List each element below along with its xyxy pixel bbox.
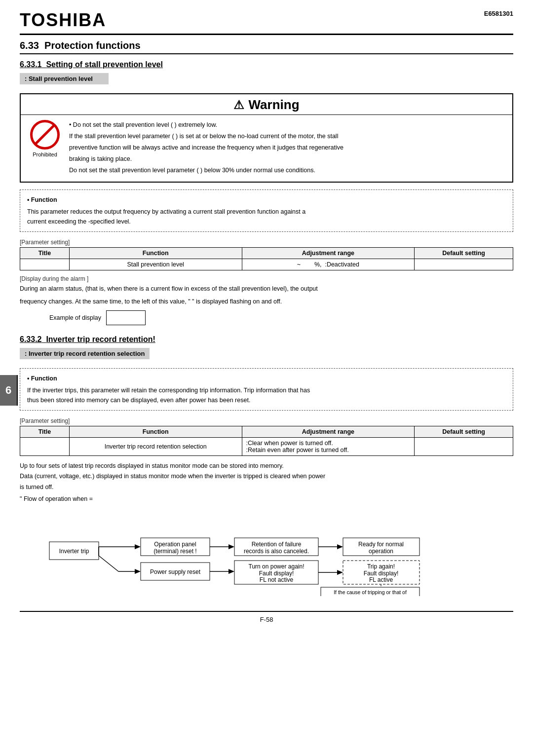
svg-text:Power supply reset: Power supply reset — [150, 568, 201, 575]
col-function2: Function — [69, 426, 242, 438]
warning-header: ⚠ Warning — [21, 94, 512, 115]
section-title: 6.33 Protection functions — [20, 40, 513, 54]
page-header: TOSHIBA E6581301 — [20, 10, 513, 35]
svg-marker-31 — [337, 570, 343, 575]
svg-text:records is also canceled.: records is also canceled. — [244, 548, 309, 555]
display-example: Example of display — [49, 310, 513, 325]
svg-marker-25 — [228, 569, 234, 574]
section-number-sidebar: 6 — [0, 375, 18, 406]
svg-text:operation: operation — [369, 548, 393, 555]
toshiba-logo: TOSHIBA — [20, 10, 106, 31]
warning-text: • Do not set the stall prevention level … — [69, 120, 343, 177]
svg-text:Operation panel: Operation panel — [154, 541, 196, 548]
flow-label: " Flow of operation when = — [20, 495, 513, 502]
svg-text:FL not active: FL not active — [260, 576, 294, 583]
param-label2: [Parameter setting] — [20, 417, 513, 424]
col-function1: Function — [69, 248, 242, 259]
prohibited-icon: Prohibited — [28, 120, 62, 157]
display-alarm-text2: frequency changes. At the same time, to … — [20, 297, 513, 306]
function-title2: • Function — [27, 374, 506, 383]
warning-box: ⚠ Warning Prohibited • Do not set the st… — [20, 93, 513, 183]
warning-title: Warning — [248, 97, 299, 113]
prohibited-text: Prohibited — [28, 151, 62, 157]
flow-diagram: Inverter trip Operation panel (terminal)… — [20, 507, 513, 596]
function-title1: • Function — [27, 195, 506, 205]
param-label-bar2: : Inverter trip record retention selecti… — [20, 348, 513, 363]
display-alarm-label: [Display during the alarm ] — [20, 275, 513, 282]
col-default2: Default setting — [415, 426, 513, 438]
param-label-bar1: : Stall prevention level — [20, 73, 513, 88]
svg-text:Trip again!: Trip again! — [367, 563, 395, 570]
svg-text:another failure is not yet rem: another failure is not yet removed. — [331, 596, 410, 596]
table-row: Inverter trip record retention selection… — [20, 438, 513, 456]
warning-triangle-icon: ⚠ — [233, 98, 244, 112]
col-adjustment2: Adjustment range — [242, 426, 415, 438]
warning-content: Prohibited • Do not set the stall preven… — [21, 115, 512, 182]
svg-text:FL active: FL active — [369, 576, 393, 583]
table-row: Stall prevention level ~ %, :Deactivated — [20, 259, 513, 270]
subsection2-title: 6.33.2 Inverter trip record retention! — [20, 335, 513, 344]
col-adjustment1: Adjustment range — [242, 248, 415, 259]
col-default1: Default setting — [415, 248, 513, 259]
col-title1: Title — [20, 248, 70, 259]
param-table2: Title Function Adjustment range Default … — [20, 426, 513, 456]
flow-svg: Inverter trip Operation panel (terminal)… — [44, 507, 489, 596]
prohibited-circle — [30, 120, 60, 150]
svg-text:Retention of failure: Retention of failure — [252, 541, 302, 548]
col-title2: Title — [20, 426, 70, 438]
svg-text:Ready for normal: Ready for normal — [358, 541, 404, 548]
function-box2: • Function If the inverter trips, this p… — [20, 368, 513, 411]
svg-text:Inverter trip: Inverter trip — [59, 548, 89, 555]
subsection1-title: 6.33.1 Setting of stall prevention level — [20, 60, 513, 69]
svg-text:(terminal) reset !: (terminal) reset ! — [153, 548, 196, 555]
svg-marker-11 — [228, 544, 234, 549]
param-label1: [Parameter setting] — [20, 239, 513, 246]
display-alarm-text1: During an alarm status, (that is, when t… — [20, 284, 513, 294]
notes: Up to four sets of latest trip records d… — [20, 461, 513, 492]
function-box1: • Function This parameter reduces the ou… — [20, 189, 513, 232]
svg-marker-6 — [135, 544, 141, 549]
svg-line-3 — [99, 556, 118, 571]
svg-text:Fault display!: Fault display! — [259, 570, 294, 577]
svg-text:Fault display!: Fault display! — [364, 570, 399, 577]
page-number: F-58 — [260, 616, 273, 623]
display-box — [106, 310, 146, 325]
page-footer: F-58 — [20, 611, 513, 623]
svg-marker-16 — [337, 544, 343, 549]
svg-marker-21 — [135, 569, 141, 574]
doc-number: E6581301 — [484, 10, 513, 17]
svg-text:If the cause of tripping or th: If the cause of tripping or that of — [334, 589, 407, 595]
param-table1: Title Function Adjustment range Default … — [20, 247, 513, 270]
svg-text:Turn on power again!: Turn on power again! — [249, 563, 305, 570]
